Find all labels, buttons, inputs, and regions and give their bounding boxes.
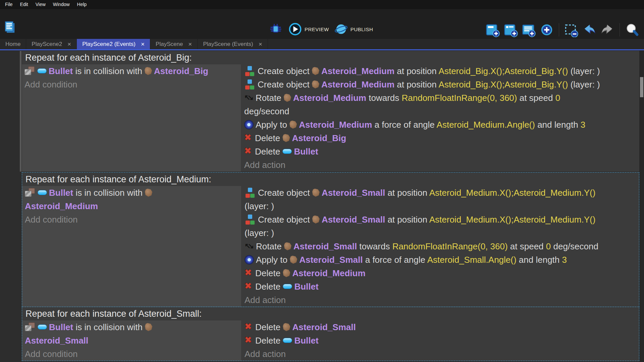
rotate-icon: [244, 93, 254, 103]
object-name: Bullet: [49, 188, 73, 198]
text: Apply to: [256, 255, 290, 265]
debug-button[interactable]: [268, 22, 283, 37]
event-block-3: Repeat for each instance of Asteroid_Sma…: [16, 307, 639, 361]
action-row[interactable]: Rotate Asteroid_Medium towards RandomFlo…: [244, 91, 639, 118]
add-comment-button[interactable]: [521, 22, 536, 37]
event-gutter-bar: [20, 51, 21, 172]
tab-close-icon[interactable]: ×: [188, 41, 192, 47]
asteroid-icon: [284, 94, 291, 102]
tab-playscene2[interactable]: PlayScene2×: [26, 39, 77, 49]
action-row[interactable]: Delete Bullet: [245, 334, 639, 347]
text: towards: [357, 241, 392, 251]
text: a force of angle: [363, 255, 427, 265]
object-name: Asteroid_Medium: [25, 201, 98, 211]
add-condition-button[interactable]: Add condition: [25, 213, 241, 226]
toolbar-group: [485, 22, 554, 37]
tab-playscene2-events[interactable]: PlayScene2 (Events)×: [77, 39, 150, 49]
expression: Asteroid_Big.X();Asteroid_Big.Y(): [439, 66, 568, 76]
action-row[interactable]: Delete Bullet: [245, 280, 639, 293]
tab-close-icon[interactable]: ×: [67, 41, 71, 47]
text: Create object: [258, 66, 312, 76]
add-circle-icon: [539, 22, 554, 37]
text: and length: [535, 120, 581, 130]
bullet-icon: [283, 284, 292, 289]
add-event-button[interactable]: [485, 22, 500, 37]
search-events-button[interactable]: [625, 22, 639, 37]
event-drag-handle[interactable]: [16, 51, 22, 172]
add-action-button[interactable]: Add action: [245, 293, 639, 307]
tab-close-icon[interactable]: ×: [259, 41, 262, 47]
delete-icon: [245, 268, 253, 278]
toolbar-separator: [559, 23, 559, 37]
instruction-line: (layer: ): [245, 199, 639, 213]
action-row[interactable]: Apply to Asteroid_Small a force of angle…: [245, 253, 639, 266]
action-row[interactable]: Create object Asteroid_Small at position…: [245, 213, 639, 240]
menu-item-view[interactable]: View: [32, 0, 49, 9]
text: Rotate: [256, 93, 284, 103]
add-action-button[interactable]: Add action: [244, 158, 639, 172]
object-name: Asteroid_Medium: [292, 268, 365, 278]
event-header[interactable]: Repeat for each instance of Asteroid_Sma…: [22, 307, 639, 320]
preview-button[interactable]: PREVIEW: [288, 22, 329, 37]
menu-item-file[interactable]: File: [1, 0, 16, 9]
event-drag-handle[interactable]: [16, 307, 22, 361]
action-row[interactable]: Delete Asteroid_Big: [244, 131, 639, 145]
action-row[interactable]: Delete Asteroid_Small: [245, 320, 639, 334]
project-manager-button[interactable]: [3, 20, 17, 35]
scrollbar-thumb[interactable]: [640, 77, 643, 97]
object-name: Asteroid_Medium: [293, 93, 366, 103]
condition-row[interactable]: Bullet is in collision with Asteroid_Med…: [25, 186, 241, 213]
add-condition-button[interactable]: Add condition: [25, 347, 241, 361]
object-name: Asteroid_Big: [154, 66, 208, 76]
instruction-line: (layer: ): [245, 226, 639, 240]
instruction-line: Delete Bullet: [245, 334, 639, 347]
tab-playscene[interactable]: PlayScene×: [150, 39, 198, 49]
tab-playscene-events[interactable]: PlayScene (Events)×: [198, 39, 268, 49]
toolbar-group: [625, 22, 639, 37]
action-row[interactable]: Create object Asteroid_Small at position…: [245, 186, 639, 213]
action-row[interactable]: Apply to Asteroid_Medium a force of angl…: [244, 118, 639, 131]
redo-button[interactable]: [600, 22, 615, 37]
asteroid-icon: [312, 216, 320, 224]
expression: RandomFloatInRange(0, 360): [401, 93, 517, 103]
action-row[interactable]: Delete Asteroid_Medium: [245, 266, 639, 280]
condition-row[interactable]: Bullet is in collision with Asteroid_Sma…: [25, 320, 241, 347]
instruction-line: Bullet is in collision with: [25, 186, 241, 199]
publish-button[interactable]: PUBLISH: [334, 22, 373, 37]
add-condition-button[interactable]: Add condition: [24, 78, 241, 91]
delete-selection-button[interactable]: [564, 22, 579, 37]
instruction-line: Create object Asteroid_Small at position…: [245, 213, 639, 226]
vertical-scrollbar[interactable]: [639, 50, 644, 362]
tab-close-icon[interactable]: ×: [141, 41, 145, 47]
menu-item-window[interactable]: Window: [49, 0, 73, 9]
instruction-line: Apply to Asteroid_Medium a force of angl…: [244, 118, 639, 131]
add-action-button[interactable]: Add action: [245, 347, 639, 361]
text: Rotate: [256, 241, 284, 251]
object-name: Asteroid_Big: [292, 133, 346, 143]
event-body: Repeat for each instance of Asteroid_Med…: [22, 172, 639, 307]
event-header[interactable]: Repeat for each instance of Asteroid_Big…: [22, 51, 639, 64]
create-object-icon: [245, 215, 256, 225]
event-body: Repeat for each instance of Asteroid_Sma…: [22, 307, 639, 361]
event-content: Bullet is in collision with Asteroid_Big…: [22, 64, 639, 172]
action-row[interactable]: Rotate Asteroid_Small towards RandomFloa…: [245, 240, 639, 253]
event-drag-handle[interactable]: [16, 172, 22, 307]
text: at position: [394, 66, 439, 76]
action-row[interactable]: Create object Asteroid_Medium at positio…: [244, 78, 639, 91]
text: Delete: [255, 336, 283, 346]
collision-icon: [25, 188, 36, 197]
add-subevent-button[interactable]: [503, 22, 518, 37]
text: a force of angle: [372, 120, 436, 130]
condition-row[interactable]: Bullet is in collision with Asteroid_Big: [24, 64, 241, 78]
choose-add-event-button[interactable]: [539, 22, 554, 37]
event-header[interactable]: Repeat for each instance of Asteroid_Med…: [22, 173, 639, 186]
menu-item-edit[interactable]: Edit: [16, 0, 32, 9]
action-row[interactable]: Delete Bullet: [244, 145, 639, 158]
tab-home[interactable]: Home: [0, 39, 26, 49]
text: is in collision with: [73, 66, 145, 76]
action-row[interactable]: Create object Asteroid_Medium at positio…: [244, 64, 639, 78]
menu-item-help[interactable]: Help: [73, 0, 91, 9]
bullet-icon: [37, 68, 47, 73]
redo-icon: [600, 22, 615, 37]
undo-button[interactable]: [582, 22, 597, 37]
